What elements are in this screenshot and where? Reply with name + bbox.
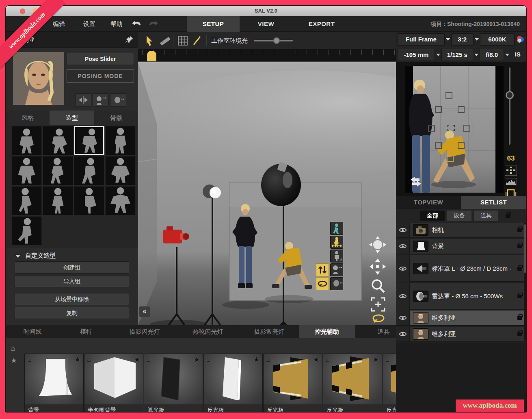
visibility-toggle[interactable] [396,283,410,310]
preview-zoom-slider[interactable] [509,67,510,145]
tab-light-modifiers[interactable]: 控光辅助 [299,325,355,338]
lock-icon[interactable] [517,245,522,248]
visibility-toggle[interactable] [396,310,410,325]
pose-tool-button[interactable] [330,222,343,235]
pose-thumbnail[interactable] [11,126,42,155]
library-item-flag[interactable]: ⌂ ★ 遮光板 [144,354,203,412]
chevron-down-icon[interactable] [436,54,440,56]
face-expression-button[interactable] [330,277,343,290]
chevron-down-icon[interactable] [474,54,478,56]
ruler-marker[interactable] [147,51,156,61]
setlist-row-background[interactable]: 背景 [396,239,526,254]
focal-length-select[interactable]: -105 mm [398,49,435,61]
tab-props[interactable]: 道具 [371,325,396,338]
setlist-row-camera[interactable]: 相机 [396,223,526,238]
pose-slider-button[interactable]: Pose Slider [67,53,134,65]
pose-thumbnail[interactable] [11,156,42,185]
reset-view-control[interactable] [371,313,386,325]
library-item-gold-reflector[interactable]: ⌂ ★ 反光板 60 x 90 cm [263,354,322,412]
pose-thumbnail[interactable] [105,186,136,215]
aspect-ratio-select[interactable]: 3:2 [451,33,474,46]
lock-icon[interactable] [517,228,522,232]
histogram-button[interactable] [505,178,517,186]
tab-setup[interactable]: SETUP [187,16,240,32]
library-item-corner-backdrop[interactable]: ⌂ ★ 半包围背景 [84,354,143,412]
pose-thumbnail-selected[interactable] [74,126,104,155]
chevron-down-icon[interactable] [475,38,479,41]
create-group-button[interactable]: 创建组 [15,261,129,274]
setlist-scrollbar[interactable] [524,223,526,341]
filter-props[interactable]: 道具 [474,211,498,221]
visibility-toggle[interactable] [396,239,410,254]
remove-from-scene-button[interactable]: 从场景中移除 [15,293,129,305]
model-rotate-button[interactable] [316,277,329,290]
filter-equipment[interactable]: 设备 [447,211,471,221]
white-balance-color-icon[interactable] [516,35,525,44]
mirror-pose-button[interactable] [75,93,91,106]
move-model-button[interactable] [330,236,343,249]
setlist-row-standard-reflector[interactable]: 标准罩 L - Ø 23cm / D 23cm · 6.4 [41Ws] [396,255,526,282]
head-pose-button[interactable] [93,93,109,106]
lock-all-icon[interactable] [506,214,510,218]
tab-speedlight[interactable]: 热靴闪光灯 [176,325,240,338]
menu-settings[interactable]: 设置 [83,16,95,32]
menu-edit[interactable]: 编辑 [53,16,65,32]
orbit-control[interactable] [368,234,388,256]
pose-thumbnail[interactable] [43,186,73,215]
select-tool-icon[interactable] [144,35,155,46]
star-icon[interactable]: ★ [372,355,379,364]
redo-icon[interactable] [147,19,159,29]
pose-thumbnail[interactable] [74,156,104,185]
line-tool-icon[interactable] [192,35,202,46]
visibility-toggle[interactable] [396,327,410,341]
sensor-select[interactable]: Full Frame [398,33,445,46]
pose-thumbnail[interactable] [43,126,73,155]
tab-models[interactable]: 模特 [59,325,113,338]
lock-icon[interactable] [517,332,522,336]
focus-frame-control[interactable] [370,296,386,314]
chevron-down-icon[interactable] [505,54,509,56]
ruler-tool-icon[interactable] [159,35,171,46]
tab-continuous-light[interactable]: 摄影常亮灯 [240,325,299,338]
setlist-scrollbar-thumb[interactable] [524,224,526,273]
pose-thumbnail[interactable] [43,156,73,185]
ambient-light-slider-thumb[interactable] [273,37,280,44]
aperture-select[interactable]: f/8.0 [480,49,504,61]
library-item-reflector[interactable]: ⌂ ★ 反光板 [203,354,263,412]
tab-bones[interactable]: 骨骼 [94,111,138,125]
pan-control[interactable] [369,258,387,277]
pose-thumbnail[interactable] [11,186,42,215]
grid-tool-icon[interactable] [177,35,188,46]
star-icon[interactable]: ★ [134,355,141,364]
lock-icon[interactable] [517,316,522,320]
pose-thumbnail[interactable] [105,156,136,185]
pose-thumbnail[interactable] [74,186,104,215]
body-pose-button[interactable] [330,250,343,263]
library-item-gold-reflector[interactable]: ⌂ ★ 反光板 90 x 125 cm [323,354,382,412]
face-pose-button[interactable] [110,93,126,106]
head-rotate-button[interactable] [330,263,343,276]
model-height-button[interactable] [316,263,329,276]
close-window-button[interactable] [20,9,25,14]
undo-icon[interactable] [131,19,143,29]
filter-all[interactable]: 全部 [420,211,445,221]
af-points-button[interactable] [505,165,517,176]
custom-pose-section-header[interactable]: 自定义造型 [15,252,56,260]
library-item-backdrop[interactable]: ⌂ ★ 背景 [24,354,84,412]
tab-style[interactable]: 风格 [6,111,50,125]
tab-view[interactable]: VIEW [240,16,292,32]
setlist-row-model[interactable]: 维多利亚 [396,327,526,342]
setlist-row-model-selected[interactable]: 维多利亚 [396,310,526,326]
collapse-panel-button[interactable]: « [139,306,150,317]
posing-mode-button[interactable]: POSING MODE [67,69,134,83]
viewport-ruler[interactable] [138,50,396,62]
import-group-button[interactable]: 导入组 [15,275,129,287]
white-balance-select[interactable]: 6000K [480,33,515,46]
tab-timeline[interactable]: 时间线 [6,325,59,338]
tab-topview[interactable]: TOPVIEW [396,196,461,209]
pose-thumbnail[interactable] [105,126,136,155]
star-filter-icon[interactable]: ★ [11,356,17,365]
preview-zoom-slider-thumb[interactable] [506,91,514,99]
chevron-down-icon[interactable] [446,38,450,41]
zoom-control[interactable] [370,278,386,296]
